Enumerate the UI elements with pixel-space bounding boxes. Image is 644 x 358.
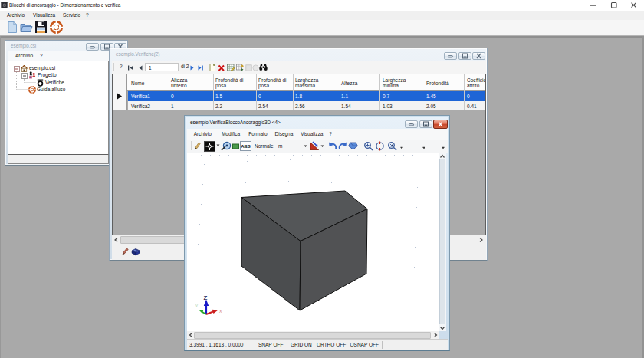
svg-text:Z: Z: [204, 294, 208, 301]
svg-text:y: y: [196, 303, 198, 307]
svg-text:x: x: [219, 308, 222, 314]
